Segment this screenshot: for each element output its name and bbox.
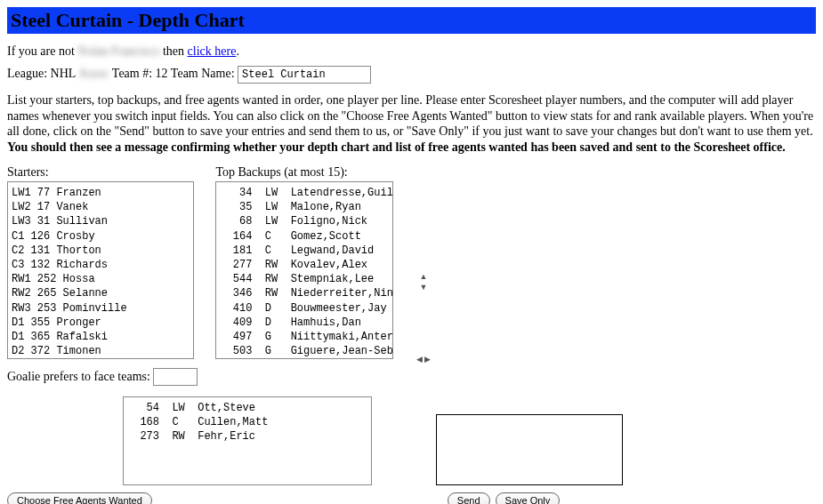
starters-label: Starters: [7,165,198,180]
arrow-down-icon[interactable]: ▼ [420,283,428,292]
bottom-buttons: Choose Free Agents Wanted Send Save Only [7,492,816,504]
bottom-row [7,396,816,485]
title-bar: Steel Curtain - Depth Chart [7,7,816,34]
click-here-link[interactable]: click here [188,44,237,58]
vertical-reorder-arrows[interactable]: ▲ ▼ [420,272,428,292]
backups-wrapper: ▲ ▼ ◀▶ [215,181,411,363]
goalie-label: Goalie prefers to face teams: [7,370,150,383]
send-button[interactable]: Send [448,492,490,504]
team-num: 12 [156,67,168,80]
page-title: Steel Curtain - Depth Chart [11,9,812,32]
instructions: List your starters, top backups, and fre… [7,92,816,155]
horizontal-reorder-arrows[interactable]: ◀▶ [416,355,432,364]
instructions-bold: You should then see a message confirming… [7,140,786,154]
team-name-input[interactable] [238,66,371,84]
arrow-right-icon[interactable]: ▶ [424,355,432,364]
identity-mid: then [163,44,188,58]
league-label: League: NHL [7,67,78,80]
starters-textarea[interactable] [7,181,194,359]
goalie-row: Goalie prefers to face teams: [7,368,198,386]
arrow-up-icon[interactable]: ▲ [420,272,428,281]
backups-label: Top Backups (at most 15): [215,165,411,180]
result-box [436,414,623,485]
identity-suffix: . [236,44,239,58]
identity-prefix: If you are not [7,44,77,58]
backups-column: Top Backups (at most 15): ▲ ▼ ◀▶ [215,165,411,363]
roster-columns: Starters: Goalie prefers to face teams: … [7,165,816,386]
league-row: League: NHL Assoc Team #: 12 Team Name: [7,66,816,84]
identity-name: Nolan Francisco [77,44,159,59]
free-agents-textarea[interactable] [123,396,372,485]
instructions-plain: List your starters, top backups, and fre… [7,93,813,138]
league-code: Assoc [78,67,109,81]
team-name-label: Team Name: [171,67,235,80]
identity-row: If you are not Nolan Francisco then clic… [7,44,816,59]
backups-textarea[interactable] [215,181,393,359]
team-num-label: Team #: [112,67,156,80]
goalie-input[interactable] [153,368,198,386]
choose-free-agents-button[interactable]: Choose Free Agents Wanted [7,492,152,504]
starters-column: Starters: Goalie prefers to face teams: [7,165,198,386]
save-only-button[interactable]: Save Only [496,492,561,504]
